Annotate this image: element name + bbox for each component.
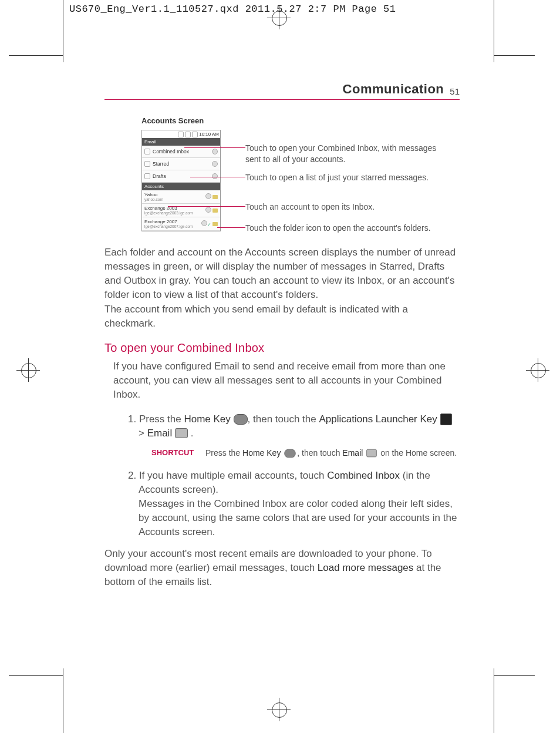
- email-icon: [366, 449, 377, 458]
- callout-folder: Touch the folder icon to open the accoun…: [245, 223, 445, 234]
- folder-icon: [212, 195, 218, 199]
- leader-line: [184, 147, 245, 148]
- callout-combined-inbox: Touch to open your Combined Inbox, with …: [245, 143, 445, 165]
- crop-mark: [494, 668, 494, 733]
- count-icon: [212, 161, 218, 167]
- step-1: 1. Press the Home Key , then touch the A…: [128, 412, 460, 441]
- crop-mark: [494, 675, 535, 676]
- paragraph: If you have configured Email to send and…: [113, 359, 460, 402]
- leader-line: [217, 227, 245, 228]
- registration-mark-icon: [526, 358, 549, 382]
- registration-mark-icon: [267, 698, 291, 721]
- inbox-icon: [144, 149, 150, 154]
- page-body: Accounts Screen 10:10 AM Email Combined …: [104, 116, 460, 600]
- crop-mark: [63, 668, 63, 733]
- crop-mark: [9, 55, 63, 56]
- section-accounts: Accounts: [142, 183, 220, 190]
- sync-icon: [205, 193, 211, 199]
- chapter-header: Communication 51: [104, 82, 460, 100]
- sync-icon: [205, 207, 211, 213]
- phone-mockup: 10:10 AM Email Combined Inbox Starred Dr…: [141, 130, 221, 231]
- paragraph: Only your account's most recent emails a…: [104, 547, 460, 589]
- figure-caption: Accounts Screen: [141, 116, 460, 125]
- status-icon: [185, 132, 191, 137]
- drafts-icon: [144, 173, 150, 179]
- step-list: 1. Press the Home Key , then touch the A…: [128, 412, 460, 539]
- file-header: US670_Eng_Ver1.1_110527.qxd 2011.5.27 2:…: [69, 4, 396, 15]
- registration-mark-icon: [16, 358, 40, 382]
- star-icon: [144, 161, 150, 167]
- step-2: 2. If you have multiple email accounts, …: [128, 469, 460, 540]
- callout-account: Touch an account to open its Inbox.: [245, 201, 445, 213]
- callout-starred: Touch to open a list of just your starre…: [245, 172, 445, 183]
- crop-mark: [9, 675, 63, 676]
- crop-mark: [63, 0, 63, 62]
- paragraph: Each folder and account on the Accounts …: [104, 246, 460, 331]
- figure-row: 10:10 AM Email Combined Inbox Starred Dr…: [141, 130, 460, 231]
- account-yahoo: Yahooyahoo.com: [142, 190, 220, 204]
- shortcut-label: SHORTCUT: [151, 448, 205, 459]
- chapter-title: Communication: [343, 82, 444, 97]
- leader-line: [190, 177, 245, 177]
- shortcut: SHORTCUT Press the Home Key , then touch…: [151, 448, 460, 459]
- count-icon: [212, 149, 218, 154]
- crop-mark: [494, 55, 535, 56]
- battery-icon: [192, 132, 198, 137]
- leader-line: [168, 206, 245, 207]
- launcher-key-icon: [440, 413, 452, 425]
- heading-open-combined-inbox: To open your Combined Inbox: [104, 341, 460, 355]
- account-exchange-2007: Exchange 2007lge@exchange2007.lge.com ✓: [142, 217, 220, 231]
- sync-icon: [201, 220, 207, 226]
- crop-mark: [494, 0, 494, 62]
- status-bar: 10:10 AM: [142, 130, 220, 138]
- email-icon: [175, 428, 188, 438]
- status-icon: [178, 132, 184, 137]
- status-time: 10:10 AM: [199, 132, 219, 137]
- folder-icon: [212, 222, 218, 226]
- section-email: Email: [142, 138, 220, 146]
- home-key-icon: [285, 449, 296, 457]
- page-number: 51: [450, 86, 460, 96]
- row-starred: Starred: [142, 158, 220, 170]
- count-icon: [212, 173, 218, 179]
- folder-icon: [212, 209, 218, 213]
- home-key-icon: [234, 414, 248, 425]
- shortcut-body: Press the Home Key , then touch Email on…: [205, 448, 460, 459]
